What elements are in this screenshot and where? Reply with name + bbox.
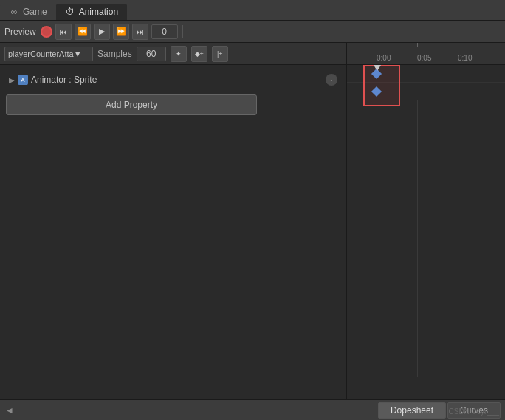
clip-dropdown[interactable]: playerCounterAtta▼: [4, 47, 93, 61]
grid-line-1: [417, 65, 418, 377]
add-property-label: Add Property: [106, 100, 157, 110]
animator-row: ▶ A Animator : Sprite •: [6, 71, 340, 89]
next-frame-button[interactable]: ⏩: [113, 24, 129, 40]
expand-arrow[interactable]: ▶: [9, 76, 15, 84]
tab-game-label: Game: [23, 7, 47, 17]
animation-icon: ⏱: [65, 7, 75, 17]
record-button[interactable]: [41, 26, 52, 38]
right-panel: [347, 65, 505, 399]
tab-game[interactable]: ∞ Game: [0, 4, 56, 20]
time-marker-0: 0:00: [377, 54, 391, 62]
add-property-button[interactable]: Add Property: [6, 94, 257, 115]
timeline-track-2: [347, 83, 505, 100]
bottom-bar: ◄ Dopesheet Curves CSDN ©cyr___: [0, 399, 505, 420]
watermark: CSDN ©cyr___: [449, 407, 500, 416]
timeline-body: [347, 65, 505, 377]
time-marker-2: 0:10: [458, 54, 472, 62]
scroll-left-button[interactable]: ◄: [4, 405, 15, 416]
options-button[interactable]: •: [326, 74, 337, 86]
add-event-btn[interactable]: |+: [212, 46, 228, 62]
time-marker-1: 0:05: [417, 54, 431, 62]
add-key-btn[interactable]: ◆+: [191, 46, 207, 62]
frame-input[interactable]: [151, 24, 178, 39]
tab-bar: ∞ Game ⏱ Animation: [0, 0, 505, 21]
samples-label: Samples: [97, 49, 132, 59]
main-layout: ▶ A Animator : Sprite • Add Property: [0, 65, 505, 399]
clip-row: playerCounterAtta▼ Samples ✦ ◆+ |+ 0:00 …: [0, 43, 505, 65]
skip-forward-button[interactable]: ⏭: [132, 24, 148, 40]
samples-input[interactable]: [137, 47, 166, 61]
tab-dopesheet[interactable]: Dopesheet: [378, 402, 446, 419]
dopesheet-label: Dopesheet: [391, 405, 433, 416]
play-button[interactable]: ▶: [94, 24, 110, 40]
clip-name: playerCounterAtta▼: [8, 49, 82, 58]
playhead[interactable]: [377, 65, 377, 377]
skip-back-button[interactable]: ⏮: [55, 24, 72, 40]
timeline-track-1: [347, 65, 505, 83]
properties-area: ▶ A Animator : Sprite • Add Property: [0, 65, 346, 399]
tab-animation-label: Animation: [79, 7, 118, 17]
animator-label: Animator : Sprite: [31, 75, 97, 85]
game-icon: ∞: [9, 7, 19, 17]
left-panel: ▶ A Animator : Sprite • Add Property: [0, 65, 347, 399]
animator-icon: A: [18, 75, 28, 85]
toolbar: Preview ⏮ ⏪ ▶ ⏩ ⏭: [0, 21, 505, 43]
tab-animation[interactable]: ⏱ Animation: [56, 4, 127, 20]
grid-line-2: [458, 65, 458, 377]
prev-frame-button[interactable]: ⏪: [75, 24, 91, 40]
preview-label: Preview: [4, 27, 36, 37]
crosshair-btn[interactable]: ✦: [171, 46, 187, 62]
separator-1: [182, 25, 183, 38]
